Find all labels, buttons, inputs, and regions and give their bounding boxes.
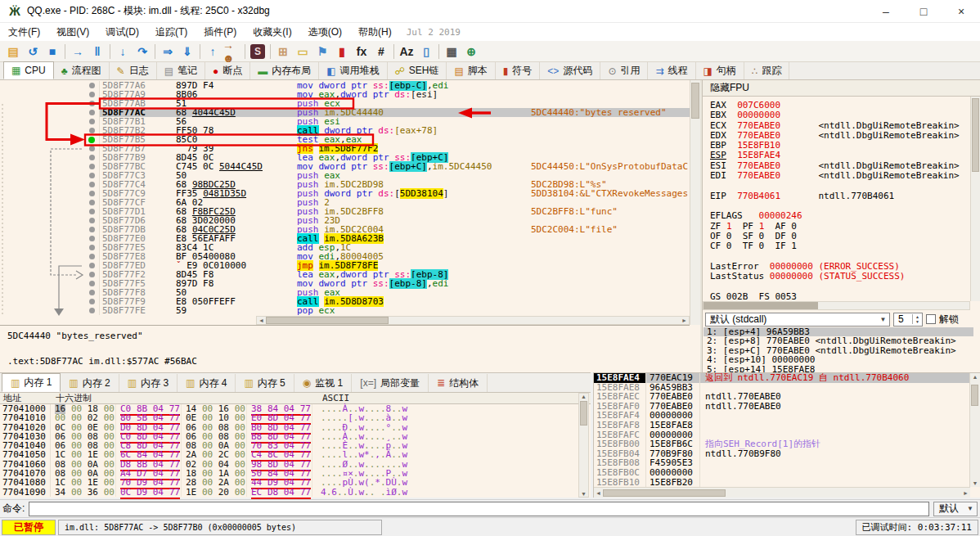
gutter-dot[interactable] <box>89 308 95 313</box>
dump-ascii[interactable]: 4.6..Ù.w.. .ìØ.w <box>312 488 407 497</box>
scrollbar-thumb[interactable] <box>971 385 978 406</box>
instruction-bytes[interactable]: 8B06 <box>176 90 297 99</box>
dump-byte-group[interactable]: EC D8 04 77 <box>247 488 312 497</box>
stack-comment[interactable]: ntdll.770B9F80 <box>700 449 970 459</box>
gutter-dot[interactable] <box>89 110 95 115</box>
breakpoint-gutter[interactable] <box>0 270 100 279</box>
tab-dump-5[interactable]: ▥内存 5 <box>236 374 294 392</box>
scrollbar-thumb[interactable] <box>580 401 587 426</box>
run-to-selection-icon[interactable]: ⇒ <box>158 43 178 61</box>
menu-item[interactable]: 追踪(T) <box>147 23 196 41</box>
breakpoint-gutter[interactable] <box>0 99 100 108</box>
dump-rows[interactable]: 7704100016 00 18 00C0 8B 04 7714 00 16 0… <box>0 404 591 497</box>
register-line[interactable]: EAX 007C6000 <box>710 101 970 110</box>
instruction-comment[interactable]: 5DD38104:&L"CTXRevokeMessages <box>524 189 690 198</box>
tab-threads[interactable]: ⇉线程 <box>648 62 695 79</box>
stack-value[interactable]: 15E8FB6C <box>646 439 700 449</box>
disassembly-rows[interactable]: 5D8F77A6897D F4mov dword ptr ss:[ebp-C],… <box>0 81 690 317</box>
scroll-up-arrow[interactable]: ▲ <box>579 394 588 399</box>
menu-item[interactable]: 文件(F) <box>0 23 48 41</box>
bookmark-icon[interactable]: ▮ <box>332 43 352 61</box>
dump-byte-group[interactable]: 1E 00 20 00 <box>182 488 247 497</box>
gutter-dot[interactable] <box>89 164 95 169</box>
breakpoint-gutter[interactable] <box>0 162 100 171</box>
gutter-dot[interactable] <box>89 155 95 160</box>
gutter-dot[interactable] <box>89 236 95 241</box>
gutter-dot[interactable] <box>89 200 95 205</box>
dump-address[interactable]: 77041010 <box>0 413 51 422</box>
tab-struct[interactable]: ≣结构体 <box>429 374 488 392</box>
menu-item[interactable]: 选项(O) <box>300 23 350 41</box>
breakpoint-gutter[interactable] <box>0 252 100 261</box>
gutter-dot[interactable] <box>89 272 95 277</box>
registers-hscrollbar[interactable] <box>703 301 970 310</box>
tab-cpu[interactable]: ▦CPU <box>3 61 54 79</box>
gutter-dot[interactable] <box>89 299 95 304</box>
instruction-comment[interactable] <box>524 153 690 162</box>
strings-icon[interactable]: Az <box>397 43 416 61</box>
register-line[interactable]: EBP 15E8FB10 <box>710 141 970 151</box>
breakpoint-gutter[interactable] <box>0 243 100 252</box>
instruction-comment[interactable] <box>524 135 690 144</box>
menu-item[interactable]: 视图(V) <box>48 23 97 41</box>
disassembly-panel[interactable]: 5D8F77A6897D F4mov dword ptr ss:[ebp-C],… <box>0 80 702 372</box>
breakpoint-gutter[interactable] <box>0 234 100 243</box>
gutter-dot[interactable] <box>89 119 95 124</box>
register-line[interactable] <box>710 181 970 191</box>
breakpoint-gutter[interactable] <box>0 90 100 99</box>
stack-row[interactable]: 15E8FB1015E8FB20 <box>594 478 970 487</box>
gutter-dot[interactable] <box>89 245 95 250</box>
step-out-icon[interactable]: ⇓ <box>178 43 197 61</box>
close-button[interactable]: × <box>942 0 980 22</box>
registers-vscrollbar[interactable] <box>970 97 980 301</box>
breakpoint-gutter[interactable] <box>0 171 100 180</box>
command-input[interactable] <box>29 502 929 516</box>
step-into-icon[interactable]: ↓ <box>113 43 133 61</box>
register-line[interactable]: EBX 00000000 <box>710 110 970 120</box>
instruction-bytes[interactable]: 59 <box>176 306 297 315</box>
dump-row[interactable]: 7704109034 00 36 000C D9 04 771E 00 20 0… <box>0 488 591 497</box>
instruction-bytes[interactable]: 897D F8 <box>176 279 297 288</box>
hide-fpu-button[interactable]: 隐藏FPU <box>703 80 980 97</box>
stack-address[interactable]: 15E8FB0C <box>594 468 646 478</box>
call-arguments[interactable]: 1: [esp+4] 96A59BB32: [esp+8] 770EABE0 <… <box>704 327 973 374</box>
calculator-icon[interactable]: ▦ <box>442 43 461 61</box>
scroll-left-arrow[interactable]: ◄ <box>257 318 266 323</box>
instruction-comment[interactable]: 5DC44450:L"OnSysProtobufDataC <box>524 162 690 171</box>
instruction-comment[interactable] <box>524 144 690 153</box>
instruction-comment[interactable] <box>524 306 690 315</box>
breakpoint-gutter[interactable] <box>0 108 100 117</box>
register-line[interactable]: EDI 770EABE0 <ntdll.DbgUiRemoteBreakin> <box>710 171 970 181</box>
argument-row[interactable]: 1: [esp+4] 96A59BB3 <box>704 327 973 336</box>
argument-depth-spinner[interactable]: 5 ▲▼ <box>893 313 923 327</box>
breakpoint-gutter[interactable] <box>0 288 100 297</box>
instruction-bytes[interactable]: E8 050FFEFF <box>176 297 297 306</box>
tab-watch-1[interactable]: ◉监视 1 <box>294 374 353 392</box>
stack-comment[interactable] <box>700 430 970 440</box>
gutter-dot[interactable] <box>89 209 95 214</box>
spinner-arrows-icon[interactable]: ▲▼ <box>912 314 922 324</box>
instruction-comment[interactable] <box>524 171 690 180</box>
dump-byte-group[interactable]: 0C D9 04 77 <box>116 488 182 497</box>
tab-symbols[interactable]: ▮符号 <box>496 62 541 79</box>
tab-seh-chain[interactable]: ☍SEH链 <box>388 62 447 79</box>
scroll-right-arrow[interactable]: ► <box>961 490 970 496</box>
tab-handles[interactable]: ◨句柄 <box>696 62 744 79</box>
instruction-comment[interactable] <box>524 117 690 126</box>
stack-panel[interactable]: 15E8FAE4770EAC19返回到 ntdll.770EAC19 自 ntd… <box>593 372 980 498</box>
scrollbar-thumb[interactable] <box>704 302 818 309</box>
scrollbar-thumb[interactable] <box>691 83 699 119</box>
stack-address[interactable]: 15E8FB00 <box>594 439 646 449</box>
breakpoint-gutter[interactable] <box>0 126 100 135</box>
stack-hscrollbar[interactable]: ◄ ► <box>594 487 970 498</box>
breakpoint-gutter[interactable] <box>0 306 100 315</box>
breakpoint-gutter[interactable] <box>0 81 100 90</box>
register-line[interactable]: OF 0 SF 0 DF 0 <box>710 232 970 241</box>
gutter-dot[interactable] <box>89 227 95 232</box>
stack-address[interactable]: 15E8FAF8 <box>594 421 646 430</box>
breakpoint-dot[interactable] <box>88 137 95 143</box>
argument-row[interactable]: 4: [esp+10] 00000000 <box>704 355 973 364</box>
menu-item[interactable]: 帮助(H) <box>350 23 400 41</box>
gutter-dot[interactable] <box>89 191 95 196</box>
gutter-dot[interactable] <box>89 182 95 187</box>
